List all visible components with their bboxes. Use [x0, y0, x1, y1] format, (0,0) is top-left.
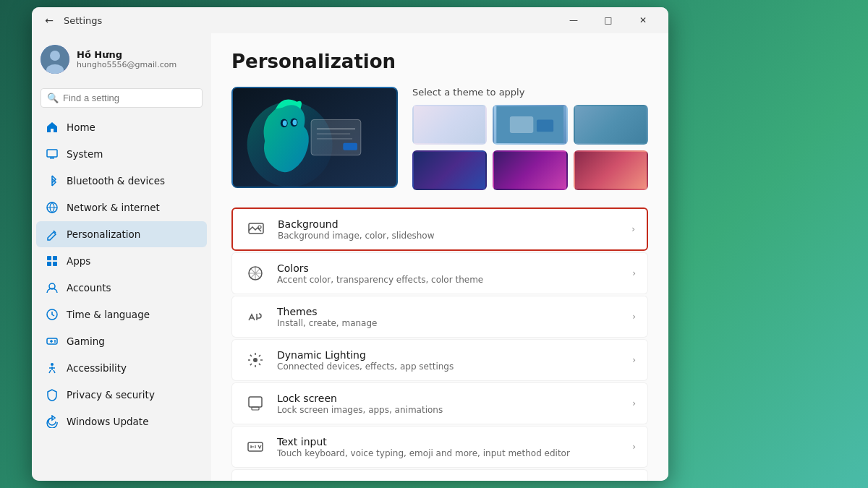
settings-desc-lock-screen: Lock screen images, apps, animations	[277, 405, 626, 415]
svg-rect-35	[252, 407, 259, 410]
sidebar-item-privacy[interactable]: Privacy & security	[36, 382, 207, 408]
theme-preview-content	[233, 88, 396, 187]
sidebar-item-update[interactable]: Windows Update	[36, 408, 207, 435]
user-name: Hồ Hưng	[77, 49, 203, 60]
nav-label-bluetooth: Bluetooth & devices	[67, 175, 165, 187]
sidebar-item-time[interactable]: Time & language	[36, 301, 207, 328]
settings-title-colors: Colors	[277, 262, 626, 274]
sidebar-item-bluetooth[interactable]: Bluetooth & devices	[36, 168, 207, 194]
theme-thumb-2[interactable]	[493, 105, 567, 145]
sidebar-item-accounts[interactable]: Accounts	[36, 275, 207, 301]
settings-body: Hồ Hưng hungho5556@gmail.com 🔍 Home Syst…	[32, 33, 668, 481]
svg-rect-8	[47, 262, 51, 266]
nav-icon-bluetooth	[45, 174, 59, 188]
svg-point-13	[54, 340, 56, 341]
nav-label-system: System	[67, 148, 103, 160]
nav-icon-privacy	[45, 388, 59, 402]
svg-rect-34	[249, 397, 262, 407]
nav-label-update: Windows Update	[67, 416, 148, 427]
settings-icon-text-input	[244, 435, 267, 458]
settings-item-lock-screen[interactable]: Lock screen Lock screen images, apps, an…	[231, 382, 648, 424]
settings-item-colors[interactable]: Colors Accent color, transparency effect…	[231, 252, 648, 294]
back-button[interactable]: ←	[41, 12, 58, 29]
svg-rect-26	[343, 143, 357, 150]
svg-point-33	[253, 358, 258, 362]
settings-text-text-input: Text input Touch keyboard, voice typing,…	[277, 436, 626, 458]
settings-text-start: Start Recent apps and items, folders	[277, 479, 626, 481]
settings-title-background: Background	[278, 218, 626, 230]
search-input[interactable]	[63, 93, 196, 103]
svg-point-31	[258, 226, 261, 228]
settings-title-text-input: Text input	[277, 436, 626, 448]
main-content: Personalization	[211, 33, 668, 481]
svg-rect-7	[53, 256, 57, 260]
sidebar-item-system[interactable]: System	[36, 141, 207, 167]
settings-window: ← Settings — □ ✕ Hồ Hưng hungho555	[32, 7, 668, 481]
nav-label-gaming: Gaming	[67, 335, 105, 347]
sidebar-item-accessibility[interactable]: Accessibility	[36, 355, 207, 381]
minimize-button[interactable]: —	[557, 9, 590, 32]
settings-arrow-lock-screen: ›	[632, 398, 636, 408]
current-theme-preview	[231, 87, 398, 188]
settings-item-background[interactable]: Background Background image, color, slid…	[231, 207, 648, 251]
svg-rect-4	[50, 158, 54, 159]
settings-text-background: Background Background image, color, slid…	[278, 218, 626, 241]
settings-arrow-themes: ›	[632, 312, 636, 322]
svg-point-20	[283, 120, 287, 126]
svg-point-15	[51, 363, 54, 366]
nav-icon-gaming	[45, 334, 59, 348]
settings-icon-dynamic-lighting	[244, 348, 267, 372]
settings-item-start[interactable]: Start Recent apps and items, folders ›	[231, 469, 648, 481]
nav-icon-accounts	[45, 281, 59, 295]
svg-point-21	[293, 119, 297, 125]
settings-desc-text-input: Touch keyboard, voice typing, emoji and …	[277, 448, 626, 458]
settings-icon-start	[244, 479, 267, 481]
nav-label-time: Time & language	[67, 309, 150, 320]
settings-item-themes[interactable]: Themes Install, create, manage ›	[231, 296, 648, 338]
settings-text-themes: Themes Install, create, manage	[277, 306, 626, 328]
theme-grid	[412, 105, 648, 190]
nav-icon-personalization	[45, 227, 59, 241]
sidebar-item-gaming[interactable]: Gaming	[36, 328, 207, 354]
settings-text-lock-screen: Lock screen Lock screen images, apps, an…	[277, 393, 626, 415]
nav-icon-system	[45, 147, 59, 161]
nav-label-personalization: Personalization	[67, 228, 140, 240]
nav-label-home: Home	[67, 121, 95, 133]
nav-icon-update	[45, 414, 59, 429]
theme-thumb-4[interactable]	[412, 150, 487, 190]
search-icon: 🔍	[47, 93, 59, 103]
theme-select-panel: Select a theme to apply	[412, 87, 648, 190]
search-box[interactable]: 🔍	[41, 88, 203, 108]
close-button[interactable]: ✕	[626, 9, 660, 32]
nav-label-privacy: Privacy & security	[67, 389, 155, 401]
settings-item-text-input[interactable]: Text input Touch keyboard, voice typing,…	[231, 426, 648, 468]
nav-list: Home System Bluetooth & devices Network …	[32, 114, 211, 435]
user-profile[interactable]: Hồ Hưng hungho5556@gmail.com	[32, 33, 211, 85]
sidebar-item-apps[interactable]: Apps	[36, 248, 207, 274]
settings-title-themes: Themes	[277, 306, 626, 317]
settings-arrow-dynamic-lighting: ›	[632, 355, 636, 365]
settings-title-start: Start	[277, 479, 626, 481]
theme-select-label: Select a theme to apply	[412, 87, 648, 98]
settings-arrow-colors: ›	[632, 268, 636, 278]
theme-section: Select a theme to apply	[231, 87, 648, 190]
sidebar-item-personalization[interactable]: Personalization	[36, 221, 207, 247]
settings-desc-themes: Install, create, manage	[277, 318, 626, 328]
theme-thumb-1[interactable]	[412, 105, 487, 145]
theme-thumb-3[interactable]	[574, 105, 648, 145]
nav-icon-apps	[45, 254, 59, 268]
settings-text-dynamic-lighting: Dynamic Lighting Connected devices, effe…	[277, 349, 626, 372]
theme-thumb-5[interactable]	[493, 150, 567, 190]
sidebar-item-home[interactable]: Home	[36, 114, 207, 140]
theme-thumb-6[interactable]	[574, 150, 648, 190]
settings-icon-colors	[244, 262, 267, 285]
settings-title-dynamic-lighting: Dynamic Lighting	[277, 349, 626, 361]
settings-item-dynamic-lighting[interactable]: Dynamic Lighting Connected devices, effe…	[231, 339, 648, 381]
maximize-button[interactable]: □	[592, 9, 625, 32]
settings-text-colors: Colors Accent color, transparency effect…	[277, 262, 626, 285]
settings-icon-lock-screen	[244, 392, 267, 415]
nav-label-accounts: Accounts	[67, 282, 111, 294]
settings-icon-themes	[244, 305, 267, 328]
nav-label-network: Network & internet	[67, 202, 160, 213]
sidebar-item-network[interactable]: Network & internet	[36, 194, 207, 221]
